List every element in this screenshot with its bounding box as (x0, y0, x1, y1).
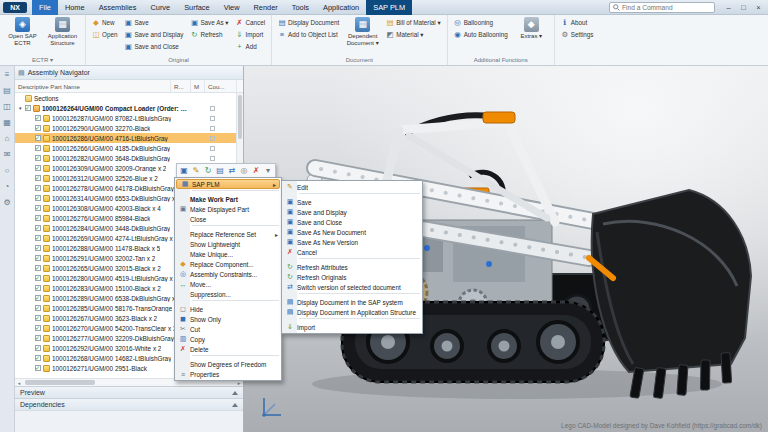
sap-submenu-item[interactable]: ▣ Save and Display (282, 207, 422, 217)
column-descriptive-part-name[interactable]: Descriptive Part Name (15, 80, 171, 92)
save-icon[interactable]: ▣ (178, 165, 190, 176)
display-document-icon[interactable]: ▤ (214, 165, 226, 176)
constraint-navigator-icon[interactable]: ◫ (3, 102, 11, 111)
component-checkbox[interactable] (35, 155, 41, 161)
context-menu-item[interactable]: Make Work Part (175, 194, 281, 204)
command-search-input[interactable] (622, 4, 711, 11)
ribbon-tab[interactable]: Curve (143, 0, 177, 15)
ballooning-button[interactable]: ◎Ballooning (452, 17, 510, 28)
component-checkbox[interactable] (35, 185, 41, 191)
refresh-icon[interactable]: ↻ (202, 165, 214, 176)
context-menu-item[interactable] (192, 225, 279, 228)
import-button[interactable]: ⇓Import (233, 29, 267, 40)
context-menu-item[interactable]: ≡ Properties (175, 369, 281, 379)
context-menu-item[interactable]: ◻ Hide (175, 304, 281, 314)
modified-checkbox[interactable] (210, 136, 215, 141)
context-menu-item[interactable]: ▦ SAP PLM ▸ (176, 179, 280, 189)
modified-checkbox[interactable] (210, 156, 215, 161)
ribbon-tab[interactable]: Tools (285, 0, 316, 15)
more-icon[interactable]: ▾ (262, 165, 274, 176)
save-and-close-button[interactable]: ▣Save and Close (122, 41, 185, 52)
sap-submenu-item[interactable]: ▣ Save (282, 197, 422, 207)
sap-submenu-item[interactable]: ↻ Refresh Originals (282, 272, 422, 282)
save-button[interactable]: ▣Save (122, 17, 185, 28)
component-checkbox[interactable] (35, 295, 41, 301)
sap-submenu-item[interactable] (299, 193, 420, 196)
modified-checkbox[interactable] (210, 106, 215, 111)
context-menu-item[interactable]: ✂ Cut (175, 324, 281, 334)
minimize-button[interactable]: – (721, 3, 736, 12)
sap-submenu-item[interactable]: ✗ Cancel (282, 247, 422, 257)
assembly-tree-row[interactable]: 1000126287/UGM/00 87082-LtBluishGray (15, 113, 243, 123)
component-checkbox[interactable] (35, 135, 41, 141)
context-menu-item[interactable]: ▥ Copy (175, 334, 281, 344)
context-menu-item[interactable] (192, 300, 279, 303)
material-button[interactable]: ◩Material ▾ (384, 29, 442, 40)
context-menu-item[interactable]: ◎ Assembly Constraints... (175, 269, 281, 279)
scroll-left-icon[interactable]: ◂ (15, 380, 23, 386)
close-button[interactable]: × (751, 3, 766, 12)
context-menu-item[interactable] (192, 355, 279, 358)
component-checkbox[interactable] (35, 145, 41, 151)
switch-version-icon[interactable]: ⇄ (226, 165, 238, 176)
ribbon-tab[interactable]: Surface (177, 0, 216, 15)
ribbon-tab[interactable]: SAP PLM (366, 0, 412, 15)
column-count[interactable]: Cou... (205, 80, 237, 92)
context-menu-item[interactable]: Replace Reference Set ▸ (175, 229, 281, 239)
cancel-icon[interactable]: ✗ (250, 165, 262, 176)
component-checkbox[interactable] (35, 125, 41, 131)
save-and-display-button[interactable]: ▣Save and Display (122, 29, 185, 40)
notes-icon[interactable]: ✉ (4, 150, 11, 159)
context-menu-item[interactable]: Suppression... (175, 289, 281, 299)
assembly-navigator-icon[interactable]: ▤ (3, 86, 11, 95)
modified-checkbox[interactable] (210, 146, 215, 151)
component-checkbox[interactable] (35, 265, 41, 271)
assembly-tree-row[interactable]: Sections (15, 93, 243, 103)
add-button[interactable]: +Add (233, 41, 267, 52)
component-checkbox[interactable] (35, 315, 41, 321)
component-checkbox[interactable] (35, 215, 41, 221)
sap-submenu-item[interactable] (299, 258, 420, 261)
edit-icon[interactable]: ✎ (190, 165, 202, 176)
sap-submenu-item[interactable]: ▣ Save and Close (282, 217, 422, 227)
open-button[interactable]: ◫Open (90, 29, 119, 40)
ribbon-tab[interactable]: File (32, 0, 58, 15)
about-button[interactable]: ℹAbout (559, 17, 596, 28)
sap-submenu-item[interactable]: ↻ Refresh Attributes (282, 262, 422, 272)
context-menu-item[interactable]: Show Degrees of Freedom (175, 359, 281, 369)
sap-submenu-item[interactable]: ▤ Display Document in the SAP system (282, 297, 422, 307)
ribbon-tab[interactable]: Render (247, 0, 285, 15)
sap-submenu-item[interactable] (299, 293, 420, 296)
home-icon[interactable]: ⌂ (5, 134, 10, 143)
component-checkbox[interactable] (35, 165, 41, 171)
modified-checkbox[interactable] (210, 116, 215, 121)
component-checkbox[interactable] (35, 115, 41, 121)
component-checkbox[interactable] (35, 275, 41, 281)
ribbon-tab[interactable]: Assemblies (92, 0, 144, 15)
context-menu-item[interactable]: Close (175, 214, 281, 224)
display-document-button[interactable]: ▤Display Document (276, 17, 341, 28)
view-triad-icon[interactable] (258, 394, 284, 420)
component-checkbox[interactable] (35, 335, 41, 341)
extras-button[interactable]: ◆ Extras ▾ (513, 16, 550, 41)
constraints-icon[interactable]: ◎ (238, 165, 250, 176)
column-modified[interactable]: M (191, 80, 205, 92)
component-checkbox[interactable] (35, 355, 41, 361)
component-checkbox[interactable] (35, 285, 41, 291)
reuse-library-icon[interactable]: ○ (5, 166, 10, 175)
part-navigator-icon[interactable]: ▦ (3, 118, 11, 127)
history-icon[interactable]: ◔ (5, 182, 10, 191)
scrollbar-thumb[interactable] (25, 380, 95, 385)
context-menu-item[interactable]: ↔ Move... (175, 279, 281, 289)
component-checkbox[interactable] (25, 105, 31, 111)
context-menu-item[interactable] (192, 190, 279, 193)
ribbon-group-label-ectr[interactable]: ECTR ▾ (4, 55, 81, 65)
sap-submenu-item[interactable]: ✎ Edit (282, 182, 422, 192)
modified-checkbox[interactable] (210, 126, 215, 131)
assembly-tree-row[interactable]: 1000126290/UGM/00 32270-Black (15, 123, 243, 133)
sap-submenu-item[interactable]: ▣ Save As New Version (282, 237, 422, 247)
add-to-object-list-button[interactable]: ≡Add to Object List (276, 29, 341, 40)
auto-ballooning-button[interactable]: ◉Auto Ballooning (452, 29, 510, 40)
sap-submenu-item[interactable]: ⇄ Switch version of selected document (282, 282, 422, 292)
sap-submenu-item[interactable]: ▣ Save As New Document (282, 227, 422, 237)
